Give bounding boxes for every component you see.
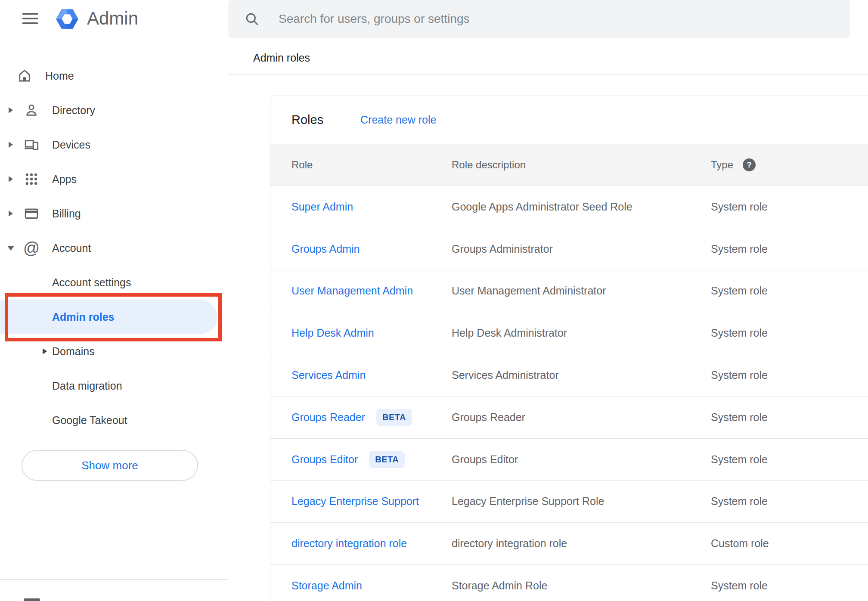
role-link-storage-admin[interactable]: Storage Admin <box>291 579 362 592</box>
nav-icon <box>24 206 39 221</box>
nav-icon <box>24 171 39 187</box>
role-description: Services Administrator <box>452 354 559 396</box>
sidebar-item-directory[interactable]: Directory <box>0 93 228 127</box>
table-row: directory integration role directory int… <box>270 523 868 565</box>
role-type: System role <box>711 228 768 270</box>
beta-badge: BETA <box>376 409 412 426</box>
column-header-role: Role <box>291 144 313 186</box>
sidebar-item-account-settings[interactable]: Account settings <box>0 265 228 300</box>
sidebar: Admin Home Directory Devices Apps Billin… <box>0 0 228 601</box>
sidebar-nav: Home Directory Devices Apps Billing @ Ac… <box>0 59 228 437</box>
sidebar-item-domains[interactable]: Domains <box>0 334 228 369</box>
search-input[interactable] <box>278 12 816 26</box>
role-type: System role <box>711 565 768 601</box>
role-type: System role <box>711 270 768 312</box>
sidebar-item-label: Billing <box>52 208 81 220</box>
role-link-groups-admin[interactable]: Groups Admin <box>291 243 360 255</box>
role-cell: Storage Admin <box>291 565 362 601</box>
role-link-user-management-admin[interactable]: User Management Admin <box>291 285 413 297</box>
breadcrumb: Admin roles <box>253 52 310 64</box>
role-link-groups-reader[interactable]: Groups Reader <box>291 411 365 424</box>
sidebar-item-devices[interactable]: Devices <box>0 127 228 162</box>
sidebar-item-billing[interactable]: Billing <box>0 196 228 231</box>
admin-hexagon-logo <box>55 6 80 31</box>
header-divider <box>228 74 868 74</box>
table-row: Storage Admin Storage Admin Role System … <box>270 565 868 601</box>
nav-icon <box>17 68 32 84</box>
nav-icon <box>24 102 39 118</box>
help-icon[interactable]: ? <box>743 158 756 171</box>
role-cell: Services Admin <box>291 354 366 396</box>
role-description: Groups Editor <box>452 439 518 480</box>
table-row: Groups Admin Groups Administrator System… <box>270 228 868 270</box>
sidebar-item-label: Home <box>45 70 74 82</box>
role-type: System role <box>711 312 768 354</box>
search-bar[interactable] <box>228 0 850 38</box>
role-type: System role <box>711 481 768 523</box>
sidebar-item-label: Admin roles <box>52 311 114 323</box>
expand-caret-icon[interactable] <box>7 211 14 217</box>
create-new-role-link[interactable]: Create new role <box>360 114 436 126</box>
sidebar-item-google-takeout[interactable]: Google Takeout <box>0 403 228 437</box>
role-cell: User Management Admin <box>291 270 413 312</box>
role-link-super-admin[interactable]: Super Admin <box>291 201 353 213</box>
table-row: User Management Admin User Management Ad… <box>270 270 868 313</box>
role-description: Storage Admin Role <box>452 565 547 601</box>
nav-icon: @ <box>24 240 39 256</box>
table-row: Groups Editor BETA Groups Editor System … <box>270 439 868 481</box>
role-cell: Legacy Enterprise Support <box>291 481 419 523</box>
sidebar-item-data-migration[interactable]: Data migration <box>0 369 228 403</box>
sidebar-item-label: Directory <box>52 104 95 117</box>
expand-caret-icon[interactable] <box>41 348 48 354</box>
role-description: User Management Administrator <box>452 270 606 312</box>
role-type: System role <box>711 397 768 438</box>
role-type: System role <box>711 186 768 228</box>
roles-card: Roles Create new role Role Role descript… <box>270 96 868 601</box>
sidebar-divider <box>0 579 228 580</box>
table-row: Legacy Enterprise Support Legacy Enterpr… <box>270 481 868 523</box>
role-link-help-desk-admin[interactable]: Help Desk Admin <box>291 327 374 339</box>
role-link-groups-editor[interactable]: Groups Editor <box>291 453 358 466</box>
expand-caret-icon[interactable] <box>7 176 14 182</box>
main-content: Admin roles Roles Create new role Role R… <box>228 0 868 601</box>
search-icon <box>245 12 259 26</box>
table-row: Super Admin Google Apps Administrator Se… <box>270 186 868 228</box>
sidebar-item-label: Data migration <box>52 380 122 392</box>
role-description: directory integration role <box>452 523 567 564</box>
table-header-row: Role Role description Type ? <box>270 144 868 186</box>
show-more-button[interactable]: Show more <box>22 450 198 481</box>
role-description: Groups Reader <box>452 397 525 438</box>
app-title: Admin <box>87 7 138 30</box>
role-link-legacy-enterprise-support[interactable]: Legacy Enterprise Support <box>291 495 419 508</box>
hamburger-menu-icon[interactable] <box>22 13 38 24</box>
roles-card-header: Roles Create new role <box>270 96 868 144</box>
role-cell: Super Admin <box>291 186 353 228</box>
sidebar-item-admin-roles[interactable]: Admin roles <box>0 300 217 334</box>
sidebar-item-apps[interactable]: Apps <box>0 162 228 196</box>
table-row: Services Admin Services Administrator Sy… <box>270 354 868 397</box>
sidebar-item-label: Domains <box>52 345 95 358</box>
role-link-directory-integration-role[interactable]: directory integration role <box>291 537 407 550</box>
role-description: Google Apps Administrator Seed Role <box>452 186 632 228</box>
table-body: Super Admin Google Apps Administrator Se… <box>270 186 868 601</box>
table-row: Groups Reader BETA Groups Reader System … <box>270 397 868 439</box>
expand-caret-icon[interactable] <box>7 142 14 148</box>
sidebar-item-account[interactable]: @ Account <box>0 231 228 265</box>
role-type: System role <box>711 354 768 396</box>
expand-caret-icon[interactable] <box>7 246 14 251</box>
role-cell: Groups Editor BETA <box>291 439 405 480</box>
column-header-type-label: Type <box>711 159 733 171</box>
role-cell: Groups Admin <box>291 228 360 270</box>
role-type: System role <box>711 439 768 480</box>
role-description: Help Desk Administrator <box>452 312 567 354</box>
nav-icon <box>24 137 39 152</box>
column-header-description: Role description <box>452 144 526 186</box>
sidebar-item-home[interactable]: Home <box>0 59 228 93</box>
column-header-type: Type ? <box>711 144 756 186</box>
sidebar-item-label: Apps <box>52 173 77 186</box>
role-description: Groups Administrator <box>452 228 553 270</box>
expand-caret-icon[interactable] <box>7 107 14 113</box>
beta-badge: BETA <box>369 451 405 468</box>
table-row: Help Desk Admin Help Desk Administrator … <box>270 312 868 354</box>
role-link-services-admin[interactable]: Services Admin <box>291 369 366 381</box>
